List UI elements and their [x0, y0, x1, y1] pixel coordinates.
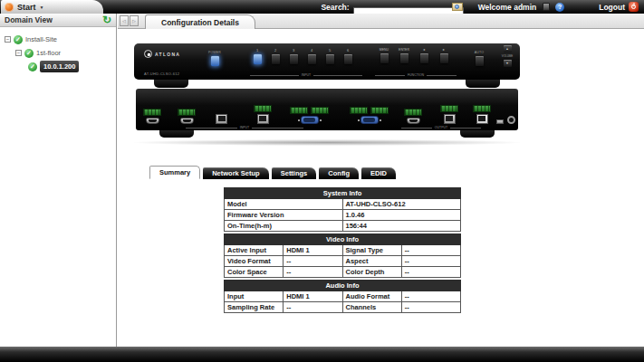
collapse-icon[interactable]: − [5, 36, 11, 43]
domain-tree: − ✓ Install-Site − ✓ 1st-floor ✓ 10.0.1.… [0, 27, 116, 73]
enter-label: ENTER [397, 48, 411, 52]
table-cell: -- [284, 302, 342, 313]
volume-down-icon: ▼ [504, 60, 512, 67]
atlona-swirl-icon [144, 50, 152, 58]
tab-edid[interactable]: EDID [361, 167, 396, 179]
table-cell: -- [401, 256, 460, 267]
hdmi-port-icon [407, 118, 420, 124]
start-label: Start [17, 3, 36, 12]
table-cell: Audio Format [342, 291, 401, 302]
right-button-icon [440, 53, 448, 63]
table-cell: On-Time(h-m) [225, 221, 343, 232]
table-cell: HDMI 1 [284, 245, 342, 256]
table-cell: Channels [342, 302, 401, 313]
function-button-group: MENU ENTER ◄ ► [377, 48, 457, 63]
search-box [353, 2, 464, 12]
rear-port-group [143, 109, 161, 124]
left-arrow-label: ◄ [417, 48, 431, 52]
input-3-button-icon [290, 54, 298, 64]
system-info-title: System Info [225, 188, 461, 199]
table-cell: -- [284, 267, 342, 278]
tab-config[interactable]: Config [319, 167, 359, 179]
collapse-icon[interactable]: − [15, 50, 22, 56]
table-cell: AT-UHD-CLSO-612 [342, 199, 461, 210]
device-brand: ATLONA [144, 50, 180, 58]
volume-label: VOLUME [498, 54, 516, 58]
device-image: ATLONA AT-UHD-CLSO-612 POWER 1 2 3 4 5 6 [134, 43, 520, 146]
refresh-icon[interactable]: ↻ [102, 15, 111, 24]
ethernet-port-icon [257, 114, 269, 124]
content-area: ATLONA AT-UHD-CLSO-612 POWER 1 2 3 4 5 6 [118, 29, 644, 347]
dc-power-jack-icon [507, 116, 515, 124]
table-cell: Color Depth [342, 267, 401, 278]
phoenix-connector-icon [311, 107, 329, 114]
phoenix-connector-icon [290, 107, 308, 114]
phoenix-connector-icon [404, 109, 422, 116]
input-5-label: 5 [324, 48, 335, 52]
menu-button-icon [380, 53, 389, 63]
rear-port-group [404, 109, 422, 124]
table-cell: HDMI 1 [284, 291, 342, 302]
auto-button-group: AUTO [471, 51, 487, 66]
tools-icon[interactable] [543, 3, 550, 11]
menu-label: MENU [377, 48, 391, 52]
status-bar [0, 347, 644, 362]
tree-item-label[interactable]: Install-Site [25, 35, 57, 43]
tree-item-install-site[interactable]: − ✓ Install-Site [0, 33, 116, 46]
tab-network-setup[interactable]: Network Setup [203, 167, 269, 179]
rear-port-group [216, 114, 227, 124]
search-go-button[interactable] [452, 3, 463, 11]
tree-item-1st-floor[interactable]: − ✓ 1st-floor [0, 46, 116, 60]
input-2-button-icon [272, 54, 280, 64]
rear-input-caption: INPUT [186, 126, 303, 129]
rear-output-caption: OUTPUT [401, 126, 481, 129]
vga-port-icon [360, 116, 379, 124]
hdmi-port-icon [146, 118, 159, 124]
table-cell: -- [284, 256, 342, 267]
chevron-down-icon: ▼ [40, 5, 44, 10]
input-6-label: 6 [342, 48, 353, 52]
rear-port-group [473, 105, 491, 124]
help-icon[interactable]: ? [555, 3, 564, 12]
start-button[interactable]: Start ▼ [1, 0, 103, 14]
rear-port-group [290, 107, 329, 124]
sidebar-header: Domain View ↻ [0, 14, 116, 27]
tab-scroll-buttons: ◁ ▷ [120, 15, 139, 26]
device-shadow [134, 139, 520, 146]
front-input-caption: INPUT [250, 73, 362, 77]
rear-port-group [254, 105, 272, 124]
tab-summary[interactable]: Summary [149, 166, 200, 179]
atlona-logo-icon [5, 3, 14, 12]
rear-port-group [496, 116, 515, 124]
summary-tables: System Info Model AT-UHD-CLSO-612 Firmwa… [224, 187, 461, 313]
system-info-table: System Info Model AT-UHD-CLSO-612 Firmwa… [224, 187, 461, 232]
table-cell: -- [401, 302, 460, 313]
tab-configuration-details[interactable]: Configuration Details [145, 14, 255, 29]
tree-item-device[interactable]: ✓ 10.0.1.200 [0, 60, 116, 73]
scroll-right-icon[interactable]: ▷ [130, 15, 139, 26]
vga-port-icon [301, 116, 319, 124]
logout-button[interactable]: Logout [599, 3, 625, 12]
tab-settings[interactable]: Settings [272, 167, 317, 179]
video-info-table: Video Info Active Input HDMI 1 Signal Ty… [224, 233, 461, 278]
front-function-caption: FUNCTION [375, 73, 457, 77]
device-feet-row [134, 130, 520, 138]
lan-port-icon [476, 114, 488, 124]
device-brand-text: ATLONA [155, 52, 180, 57]
table-cell: Model [225, 199, 343, 210]
power-button-group: POWER [207, 51, 223, 66]
hdmi-port-icon [180, 118, 194, 124]
table-cell: Input [225, 291, 284, 302]
power-glyph-icon [631, 5, 636, 9]
input-button-group: 1 2 3 4 5 6 [252, 48, 360, 64]
auto-label: AUTO [471, 51, 487, 54]
scroll-left-icon[interactable]: ◁ [120, 15, 129, 26]
tree-item-label[interactable]: 1st-floor [36, 49, 61, 57]
power-icon[interactable] [629, 2, 639, 12]
rear-port-group [178, 109, 196, 124]
tree-item-label-selected[interactable]: 10.0.1.200 [40, 61, 79, 72]
rear-port-group [350, 107, 389, 124]
status-ok-icon: ✓ [24, 49, 34, 58]
phoenix-connector-icon [143, 109, 161, 116]
table-cell: Sampling Rate [225, 302, 284, 313]
